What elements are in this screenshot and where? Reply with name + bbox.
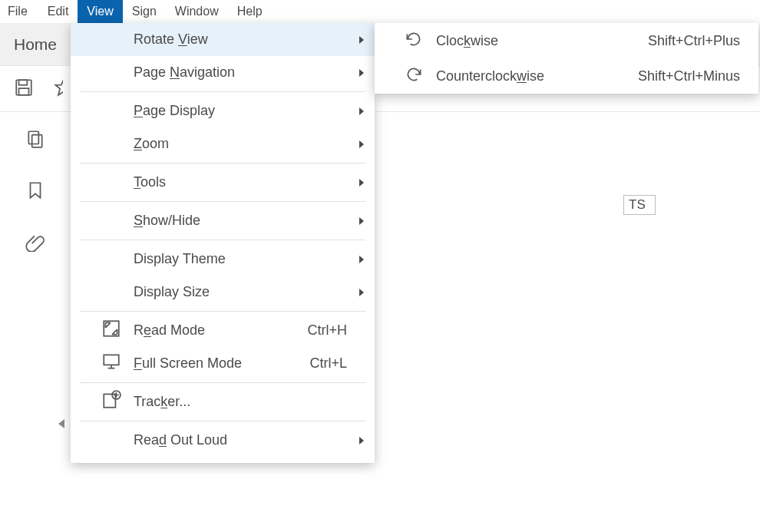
menu-item-tracker[interactable]: Tracker... — [71, 385, 375, 418]
home-tab[interactable]: Home — [0, 23, 71, 65]
menu-separator — [80, 421, 365, 421]
menu-help[interactable]: Help — [228, 0, 272, 23]
svg-rect-5 — [32, 135, 42, 147]
submenu-arrow-icon — [359, 179, 364, 187]
menu-item-label: Tracker... — [134, 394, 190, 410]
menubar: File Edit View Sign Window Help — [0, 0, 760, 23]
attachment-paperclip-icon[interactable] — [25, 232, 45, 254]
submenu-arrow-icon — [359, 140, 364, 148]
menu-item-label: Page Display — [134, 103, 215, 119]
menu-file[interactable]: File — [0, 0, 38, 23]
menu-separator — [80, 311, 365, 312]
menu-item-page-navigation[interactable]: Page Navigation — [71, 56, 375, 89]
submenu-arrow-icon — [359, 217, 364, 225]
svg-rect-1 — [19, 80, 28, 85]
menu-separator — [80, 163, 365, 164]
menu-separator — [80, 382, 365, 383]
svg-marker-3 — [55, 79, 63, 95]
menu-item-label: Page Navigation — [134, 64, 235, 81]
menu-item-display-theme[interactable]: Display Theme — [71, 243, 375, 276]
menu-item-label: Display Size — [134, 284, 210, 300]
sidebar-collapse-caret-icon[interactable] — [58, 419, 64, 428]
menu-item-shortcut: Shift+Ctrl+Plus — [648, 33, 740, 49]
annotation-initials[interactable]: TS — [623, 195, 656, 215]
save-icon[interactable] — [14, 78, 34, 100]
rotate-view-submenu: Clockwise Shift+Ctrl+Plus Counterclockwi… — [375, 23, 758, 94]
menu-edit[interactable]: Edit — [38, 0, 78, 23]
menu-item-shortcut: Shift+Ctrl+Minus — [638, 68, 740, 84]
menu-item-zoom[interactable]: Zoom — [71, 127, 375, 160]
menu-item-label: Display Theme — [134, 251, 226, 267]
expand-icon — [101, 319, 121, 342]
menu-separator — [80, 91, 365, 92]
menu-item-page-display[interactable]: Page Display — [71, 94, 375, 127]
menu-item-show-hide[interactable]: Show/Hide — [71, 204, 375, 237]
view-menu-dropdown: Rotate View Page Navigation Page Display… — [71, 23, 375, 463]
menu-item-shortcut: Ctrl+H — [307, 322, 347, 339]
rotate-ccw-icon — [404, 64, 424, 88]
left-nav-sidebar — [0, 112, 71, 532]
monitor-icon — [101, 352, 121, 375]
menu-item-label: Rotate View — [134, 31, 208, 48]
menu-item-label: Clockwise — [436, 33, 498, 49]
tracker-icon — [101, 390, 121, 414]
bookmark-ribbon-icon[interactable] — [25, 180, 45, 203]
menu-sign[interactable]: Sign — [123, 0, 166, 23]
menu-item-rotate-clockwise[interactable]: Clockwise Shift+Ctrl+Plus — [375, 23, 758, 58]
menu-view[interactable]: View — [78, 0, 122, 23]
menu-item-label: Full Screen Mode — [134, 355, 242, 372]
submenu-arrow-icon — [359, 256, 364, 263]
submenu-arrow-icon — [359, 36, 364, 44]
menu-item-label: Zoom — [134, 136, 169, 152]
menu-item-rotate-counterclockwise[interactable]: Counterclockwise Shift+Ctrl+Minus — [375, 58, 758, 94]
menu-item-shortcut: Ctrl+L — [309, 355, 347, 372]
menu-item-tools[interactable]: Tools — [71, 166, 375, 199]
svg-rect-7 — [104, 355, 119, 365]
menu-separator — [80, 201, 365, 202]
svg-rect-10 — [104, 394, 115, 407]
menu-window[interactable]: Window — [166, 0, 228, 23]
submenu-arrow-icon — [359, 437, 364, 444]
svg-rect-2 — [19, 88, 29, 95]
menu-item-label: Counterclockwise — [436, 68, 544, 84]
menu-item-label: Read Mode — [134, 322, 205, 339]
rotate-cw-icon — [404, 29, 424, 53]
pages-thumbnails-icon[interactable] — [25, 129, 45, 151]
submenu-arrow-icon — [359, 69, 364, 77]
svg-rect-4 — [28, 131, 38, 144]
star-icon[interactable] — [54, 78, 63, 100]
menu-item-display-size[interactable]: Display Size — [71, 276, 375, 309]
menu-item-rotate-view[interactable]: Rotate View — [71, 23, 375, 56]
submenu-arrow-icon — [359, 107, 364, 115]
menu-item-label: Show/Hide — [134, 213, 200, 229]
menu-separator — [80, 240, 365, 240]
menu-item-label: Tools — [134, 174, 166, 190]
menu-item-read-out-loud[interactable]: Read Out Loud — [71, 424, 375, 457]
menu-item-full-screen-mode[interactable]: Full Screen Mode Ctrl+L — [71, 347, 375, 380]
menu-item-label: Read Out Loud — [134, 432, 227, 448]
menu-item-read-mode[interactable]: Read Mode Ctrl+H — [71, 314, 375, 347]
submenu-arrow-icon — [359, 289, 364, 296]
